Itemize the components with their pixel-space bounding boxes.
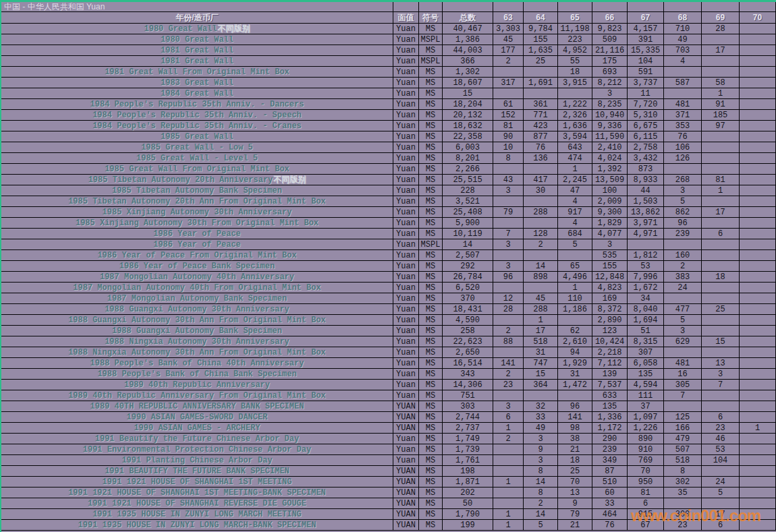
table-row: 1980 Great WallYuanMSPL1,386451552235093… [1,34,776,45]
coin-issue-link[interactable]: 1985 Tibetan Autonomy Bank Specimen [1,185,393,196]
coin-issue-link[interactable]: 1983 Great Wall [1,78,393,88]
coin-issue-link[interactable]: 1990 ASIAN GAMES - ARCHERY [1,423,393,434]
coin-issue-link[interactable]: 1985 Great Wall - Level 5 [1,153,393,164]
coin-issue-link[interactable]: 1988 Guangxi Autonomy 30th Anniversary [1,304,393,315]
coin-issue-link[interactable]: 1984 People's Republic 35th Anniv. - Dan… [1,99,393,110]
symbol-cell: MS [419,336,443,347]
coin-issue-link[interactable]: 1984 People's Republic 35th Anniv. - Spe… [1,110,393,121]
coin-issue-link[interactable]: 1985 Tibetan Autonomy 20th Anniversary不同… [1,175,393,185]
table-row: 1984 People's Republic 35th Anniv. - Cra… [1,121,776,131]
grade-69-cell: 1 [702,88,740,99]
symbol-cell: MS [419,509,443,520]
total-cell: 258 [443,326,493,336]
grade-66-cell: 4,024 [592,153,628,164]
total-cell: 202 [443,487,493,498]
coin-issue-link[interactable]: 1991 1921 HOUSE OF SHANGHAI REVERSE DIE … [1,498,393,509]
coin-issue-link[interactable]: 1984 Great Wall [1,88,393,99]
coin-issue-link[interactable]: 1991 1935 HOUSE IN ZUNYI LONG MARCH-BANK… [1,520,393,531]
coin-issue-link[interactable]: 1985 Xinjiang Autonomy 30th Anniversary [1,207,393,218]
coin-issue-link[interactable]: 1981 Great Wall From Original Mint Box [1,67,393,78]
coin-issue-link[interactable]: 1989 40th Republic Anniversary From Orig… [1,390,393,401]
grade-63-cell: 88 [493,336,524,347]
coin-issue-link[interactable]: 1980 Great Wall [1,34,393,45]
symbol-cell: MS [419,131,443,142]
grade-63-cell [493,196,524,207]
grade-66-cell: 155 [592,261,628,272]
grade-65-cell: 31 [558,369,592,380]
grade-69-cell: 24 [702,477,740,487]
grade-67-cell: 1,097 [628,412,664,423]
grade-64-cell [524,283,558,293]
total-cell: 1,790 [443,509,493,520]
coin-issue-link[interactable]: 1985 Xinjiang Autonomy 30th From Origina… [1,218,393,229]
denomination-cell: Yuan [393,326,419,336]
grade-69-cell [702,34,740,45]
grade-68-cell: 518 [664,455,702,466]
table-row: 1988 People's Bank of China Bank Specime… [1,369,776,380]
symbol-cell: MS [419,520,443,531]
denomination-cell: Yuan [393,358,419,369]
coin-issue-link[interactable]: 1989 40TH REPUBLIC ANNIVERSARY BANK SPEC… [1,401,393,412]
grade-70-cell [740,196,776,207]
grade-70-cell [740,45,776,56]
grade-63-cell [493,164,524,175]
grade-64-cell: 17 [524,326,558,336]
grade-63-cell [493,67,524,78]
grade-65-cell: 684 [558,229,592,239]
coin-issue-link[interactable]: 1988 Guangxi Autonomy Bank Specimen [1,326,393,336]
grade-65-cell: 3,594 [558,131,592,142]
coin-issue-link[interactable]: 1991 Environmental Protection Chinese Ar… [1,444,393,455]
grade-70-cell [740,250,776,261]
total-cell: 6,520 [443,283,493,293]
grade-67-cell: 37 [628,401,664,412]
coin-issue-link[interactable]: 1981 Great Wall [1,45,393,56]
coin-issue-link[interactable]: 1981 Great Wall [1,56,393,67]
total-cell: 292 [443,261,493,272]
coin-issue-link[interactable]: 1986 Year of Peace From Original Mint Bo… [1,250,393,261]
coin-issue-link[interactable]: 1985 Great Wall From Original Mint Box [1,164,393,175]
coin-issue-link[interactable]: 1987 Mongolian Autonomy 40th From Origin… [1,283,393,293]
coin-issue-link[interactable]: 1991 Beautify the Future Chinese Arbor D… [1,434,393,444]
grade-65-cell: 4 [558,196,592,207]
total-cell: 1,386 [443,34,493,45]
grade-66-cell: 175 [592,56,628,67]
coin-issue-link[interactable]: 1986 Year of Peace Bank Specimen [1,261,393,272]
coin-issue-link[interactable]: 1985 Great Wall - Low 5 [1,142,393,153]
coin-issue-link[interactable]: 1988 Ningxia Autonomy 30th Anniversary [1,336,393,347]
grade-67-cell: 1,226 [628,423,664,434]
table-row: 1991 1921 HOUSE OF SHANGHAI 1ST MEETINGY… [1,477,776,487]
denomination-cell: Yuan [393,24,419,34]
coin-issue-link[interactable]: 1988 Guangxi Autonomy 30th Ann From Orig… [1,315,393,326]
grade-65-cell: 47 [558,185,592,196]
coin-issue-link[interactable]: 1990 ASIAN GAMES-SWORD DANCER [1,412,393,423]
title-filler-cell [740,2,776,12]
coin-issue-link[interactable]: 1985 Tibetan Autonomy 20th Ann From Orig… [1,196,393,207]
total-cell: 370 [443,293,493,304]
coin-issue-link[interactable]: 1986 Year of Peace [1,239,393,250]
denomination-cell: Yuan [393,380,419,390]
coin-issue-link[interactable]: 1986 Year of Peace [1,229,393,239]
coin-issue-link[interactable]: 1987 Mongolian Autonomy Bank Specimen [1,293,393,304]
coin-issue-link[interactable]: 1991 BEAUTIFY THE FUTURE BANK SPECIMEN [1,466,393,477]
grade-66-cell: 33 [592,498,628,509]
grade-67-cell: 915 [628,509,664,520]
coin-issue-link[interactable]: 1989 40th Republic Anniversary [1,380,393,390]
total-cell: 751 [443,390,493,401]
coin-issue-link[interactable]: 1988 Ningxia Autonomy 30th Ann From Orig… [1,347,393,358]
coin-issue-link[interactable]: 1987 Mongolian Autonomy 40th Anniversary [1,272,393,283]
coin-issue-link[interactable]: 1991 Planting Chinese Arbor Day [1,455,393,466]
coin-issue-link[interactable]: 1991 1921 HOUSE OF SHANGHAI 1ST MEETING [1,477,393,487]
grade-70-cell [740,498,776,509]
grade-70-cell [740,336,776,347]
coin-issue-link[interactable]: 1988 People's Bank of China Bank Specime… [1,369,393,380]
table-row: 1985 Great Wall - Level 5YuanMS8,2018136… [1,153,776,164]
coin-issue-link[interactable]: 1991 1921 HOUSE OF SHANGHAI 1ST MEETING-… [1,487,393,498]
coin-issue-link[interactable]: 1985 Great Wall [1,131,393,142]
grade-67-cell: 3,432 [628,153,664,164]
grade-63-cell [493,283,524,293]
coin-issue-link[interactable]: 1988 People's Bank of China 40th Anniver… [1,358,393,369]
coin-issue-link[interactable]: 1984 People's Republic 35th Anniv. - Cra… [1,121,393,131]
coin-issue-link[interactable]: 1980 Great Wall不同版别 [1,24,393,34]
coin-issue-link[interactable]: 1991 1935 HOUSE IN ZUNYI LONG MARCH MEET… [1,509,393,520]
grade-66-cell: 4,823 [592,283,628,293]
